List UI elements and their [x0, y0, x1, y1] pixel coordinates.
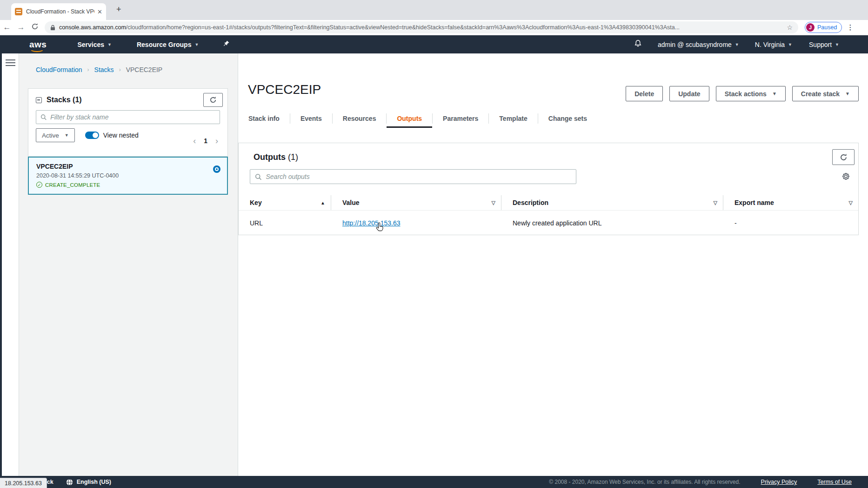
stack-selected-radio[interactable]	[213, 165, 220, 173]
aws-logo[interactable]: aws	[29, 40, 47, 50]
filter-icon[interactable]: ▽	[714, 200, 717, 206]
browser-toolbar: ← → console.aws.amazon.com/cloudformatio…	[0, 20, 868, 35]
forward-icon[interactable]: →	[14, 23, 28, 32]
view-nested-toggle[interactable]	[85, 132, 99, 139]
reload-icon[interactable]	[28, 23, 42, 32]
column-header-description[interactable]: Description▽	[501, 195, 723, 210]
update-button[interactable]: Update	[669, 86, 709, 101]
output-value-cell: http://18.205.153.63	[331, 211, 501, 235]
outputs-panel: Outputs (1)	[238, 143, 859, 235]
filter-icon[interactable]: ▽	[492, 200, 495, 206]
filter-icon[interactable]: ▽	[849, 200, 853, 206]
output-key-cell: URL	[239, 211, 331, 235]
output-description-cell: Newly created application URL	[501, 211, 723, 235]
chevron-down-icon: ▼	[845, 91, 850, 96]
outputs-table-header: Key▲ Value▽ Description▽ Export name▽	[239, 195, 858, 211]
privacy-policy-link[interactable]: Privacy Policy	[761, 479, 797, 485]
back-icon[interactable]: ←	[0, 23, 14, 32]
previous-page-icon[interactable]: ‹	[193, 137, 196, 145]
stack-filter-input[interactable]	[50, 113, 215, 121]
link-status-popup: 18.205.153.63	[0, 478, 47, 488]
aws-footer: Feedback English (US) © 2008 - 2020, Ama…	[0, 476, 868, 488]
url-domain: console.aws.amazon.com	[59, 24, 126, 31]
tab-title: CloudFormation - Stack VPCE	[26, 8, 94, 15]
chevron-down-icon: ▼	[772, 91, 777, 96]
stack-name: VPCEC2EIP	[36, 163, 220, 170]
stack-actions-dropdown[interactable]: Stack actions▼	[716, 86, 786, 101]
hamburger-menu-icon[interactable]	[6, 59, 15, 66]
refresh-icon	[209, 96, 217, 104]
page-title: VPCEC2EIP	[248, 82, 321, 97]
stack-list-item-selected[interactable]: VPCEC2EIP 2020-08-31 14:55:29 UTC-0400 ✓…	[28, 157, 228, 195]
delete-button[interactable]: Delete	[626, 86, 663, 101]
outputs-search-input[interactable]	[266, 173, 571, 180]
url-path: /cloudformation/home?region=us-east-1#/s…	[126, 24, 680, 31]
breadcrumb-separator: ›	[87, 66, 89, 73]
stack-filter-field[interactable]	[36, 110, 220, 124]
breadcrumb-current: VPCEC2EIP	[126, 66, 163, 73]
create-stack-dropdown[interactable]: Create stack▼	[792, 86, 859, 101]
tab-change-sets[interactable]: Change sets	[538, 109, 597, 128]
column-header-key[interactable]: Key▲	[239, 195, 331, 210]
globe-icon	[66, 479, 73, 486]
browser-menu-icon[interactable]: ⋮	[847, 23, 854, 32]
status-filter-dropdown[interactable]: Active▼	[36, 128, 75, 142]
output-url-link[interactable]: http://18.205.153.63	[342, 219, 401, 227]
stacks-pagination: ‹ 1 ›	[193, 137, 220, 145]
nav-region-menu[interactable]: N. Virginia▼	[755, 41, 792, 48]
address-bar[interactable]: console.aws.amazon.com/cloudformation/ho…	[45, 21, 798, 33]
outputs-table: Key▲ Value▽ Description▽ Export name▽ UR…	[239, 195, 858, 235]
stacks-refresh-button[interactable]	[203, 93, 223, 107]
aws-nav-bar: aws Services▼ Resource Groups▼ admin @ s…	[0, 35, 868, 53]
bookmark-star-icon[interactable]: ☆	[787, 24, 793, 31]
tab-resources[interactable]: Resources	[333, 109, 387, 128]
chevron-down-icon: ▼	[735, 42, 739, 47]
chevron-down-icon: ▼	[65, 133, 69, 138]
stacks-controls-row: Active▼ View nested ‹ 1 ›	[36, 128, 220, 145]
language-selector[interactable]: English (US)	[66, 479, 111, 486]
column-header-export-name[interactable]: Export name▽	[723, 195, 858, 210]
breadcrumb: CloudFormation › Stacks › VPCEC2EIP	[19, 53, 238, 73]
url-text: console.aws.amazon.com/cloudformation/ho…	[59, 24, 783, 31]
tab-outputs[interactable]: Outputs	[387, 109, 432, 128]
sort-ascending-icon[interactable]: ▲	[320, 200, 325, 205]
tab-events[interactable]: Events	[290, 109, 332, 128]
nav-resource-groups[interactable]: Resource Groups▼	[137, 41, 199, 48]
nav-services[interactable]: Services▼	[77, 41, 112, 48]
side-menu-rail	[2, 53, 19, 476]
search-icon	[255, 173, 261, 180]
profile-paused-badge[interactable]: J Paused	[805, 22, 842, 33]
next-page-icon[interactable]: ›	[215, 137, 218, 145]
nav-support-menu[interactable]: Support▼	[809, 41, 839, 48]
page-number[interactable]: 1	[204, 137, 207, 145]
search-icon	[40, 114, 47, 120]
chevron-down-icon: ▼	[107, 42, 112, 47]
stack-status: ✓ CREATE_COMPLETE	[36, 182, 220, 188]
outputs-title: Outputs (1)	[254, 152, 298, 162]
tab-parameters[interactable]: Parameters	[433, 109, 488, 128]
copyright-text: © 2008 - 2020, Amazon Web Services, Inc.…	[549, 479, 740, 485]
nav-account-menu[interactable]: admin @ scubasyndrome▼	[658, 41, 739, 48]
outputs-refresh-button[interactable]	[832, 149, 855, 165]
terms-of-use-link[interactable]: Terms of Use	[817, 479, 852, 485]
column-header-value[interactable]: Value▽	[331, 195, 501, 210]
browser-tab[interactable]: CloudFormation - Stack VPCE ✕	[11, 3, 106, 20]
new-tab-button[interactable]: +	[116, 5, 121, 14]
outputs-search-field[interactable]	[250, 169, 576, 184]
stack-status-text: CREATE_COMPLETE	[45, 182, 100, 188]
notifications-bell-icon[interactable]	[634, 40, 642, 49]
stack-detail-tabs: Stack info Events Resources Outputs Para…	[238, 109, 597, 128]
table-settings-gear-icon[interactable]	[841, 172, 850, 183]
success-check-icon: ✓	[36, 182, 42, 188]
breadcrumb-stacks[interactable]: Stacks	[94, 66, 114, 73]
breadcrumb-cloudformation[interactable]: CloudFormation	[36, 66, 82, 73]
tab-stack-info[interactable]: Stack info	[238, 109, 290, 128]
collapse-icon[interactable]	[36, 97, 42, 103]
pin-icon[interactable]	[223, 40, 230, 49]
close-tab-icon[interactable]: ✕	[97, 8, 102, 15]
breadcrumb-separator: ›	[119, 66, 121, 73]
output-export-name-cell: -	[723, 211, 858, 235]
screen: CloudFormation - Stack VPCE ✕ + ← → cons…	[0, 0, 868, 488]
stack-detail-main: VPCEC2EIP Delete Update Stack actions▼ C…	[238, 53, 868, 476]
tab-template[interactable]: Template	[489, 109, 537, 128]
